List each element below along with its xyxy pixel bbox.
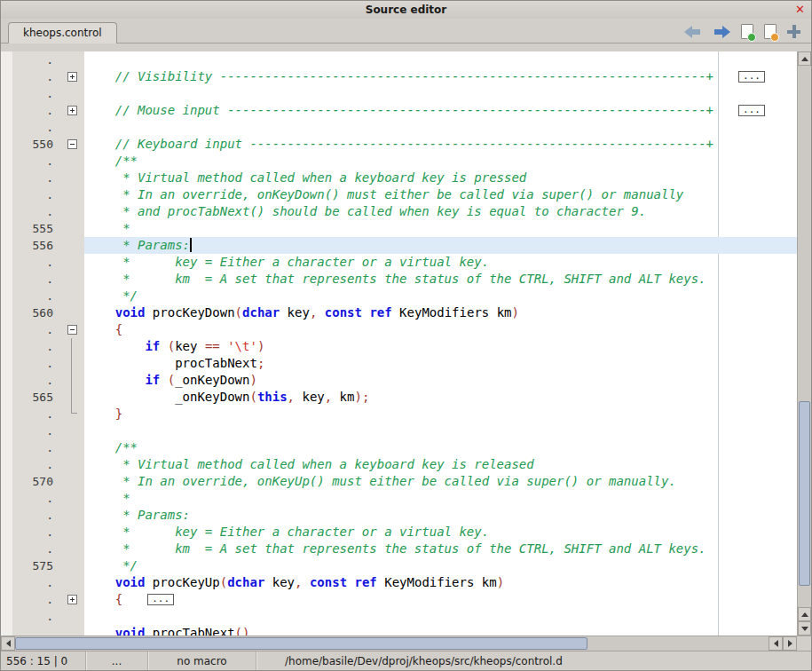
code-line[interactable]: . — [1, 51, 797, 68]
close-icon[interactable]: ✕ — [795, 3, 805, 17]
code-line[interactable]: . * key = Either a character or a virtua… — [1, 254, 797, 271]
code-line[interactable]: . procTabNext; — [1, 355, 797, 372]
line-number: . — [12, 591, 59, 608]
code-line[interactable]: 565 _onKeyDown(this, key, km); — [1, 389, 797, 406]
vertical-scrollbar[interactable] — [797, 51, 811, 635]
line-number: . — [12, 355, 59, 372]
vscroll-track[interactable] — [798, 66, 811, 607]
code-line[interactable]: . * In an override, onKeyDown() must eit… — [1, 186, 797, 203]
file-path: /home/basile/Dev/dproj/kheops/src/kheops… — [256, 651, 811, 670]
scroll-up-button[interactable] — [798, 51, 811, 66]
vscroll-thumb[interactable] — [799, 401, 810, 585]
code-line[interactable]: 550 // Keyboard input ------------------… — [1, 136, 797, 153]
horizontal-scrollbar[interactable] — [1, 635, 811, 651]
fold-margin — [59, 51, 84, 68]
code-line[interactable]: . * km = A set that represents the statu… — [1, 271, 797, 288]
gutter-marks — [1, 338, 12, 355]
code-line[interactable]: . * Virtual method called when a keyboar… — [1, 456, 797, 473]
scroll-down-button[interactable] — [798, 621, 811, 635]
gutter-marks — [1, 203, 12, 220]
code-line[interactable]: . void procKeyUp(dchar key, const ref Ke… — [1, 574, 797, 591]
code-text: { — [84, 321, 797, 338]
code-line[interactable]: . {... — [1, 591, 797, 608]
folded-code-indicator[interactable]: ... — [147, 594, 174, 605]
line-number: . — [12, 186, 59, 203]
code-line[interactable]: . * Params: — [1, 507, 797, 524]
code-line[interactable]: . // Mouse input -----------------------… — [1, 102, 797, 119]
code-text: * km = A set that represents the status … — [84, 541, 797, 557]
fold-margin — [59, 237, 84, 254]
code-text: if (key == '\t') — [84, 338, 797, 355]
detach-editor-icon[interactable] — [787, 25, 800, 38]
scroll-right-button[interactable] — [783, 636, 797, 651]
fold-margin — [59, 304, 84, 321]
scroll-up-button-secondary[interactable] — [798, 607, 811, 621]
go-forward-icon[interactable] — [713, 26, 730, 38]
code-line[interactable]: . // Visibility ------------------------… — [1, 68, 797, 85]
gutter-marks — [1, 524, 12, 541]
code-line[interactable]: . — [1, 85, 797, 102]
source-editor-window: Source editor ✕ kheops.control .. // Vis… — [0, 0, 812, 671]
go-back-icon[interactable] — [684, 26, 702, 38]
close-document-icon[interactable] — [764, 24, 777, 39]
status-pending: ... — [86, 651, 148, 670]
line-number: . — [12, 338, 59, 355]
code-line[interactable]: . * key = Either a character or a virtua… — [1, 524, 797, 541]
fold-toggle-icon[interactable] — [67, 595, 77, 604]
code-line[interactable]: . if (key == '\t') — [1, 338, 797, 355]
code-line[interactable]: . } — [1, 406, 797, 422]
code-line[interactable]: 570 * In an override, onKeyUp() must eit… — [1, 473, 797, 490]
titlebar[interactable]: Source editor ✕ — [1, 1, 811, 19]
code-lines: .. // Visibility -----------------------… — [1, 51, 797, 635]
new-document-icon[interactable] — [741, 24, 753, 39]
code-line[interactable]: . */ — [1, 288, 797, 304]
fold-toggle-icon[interactable] — [67, 139, 77, 149]
code-line[interactable]: . * Virtual method called when a keyboar… — [1, 170, 797, 186]
fold-margin — [59, 490, 84, 507]
line-number: 555 — [12, 220, 59, 237]
code-text: // Visibility --------------------------… — [84, 68, 797, 85]
code-line[interactable]: 575 */ — [1, 557, 797, 574]
code-line[interactable]: . — [1, 608, 797, 625]
gutter-marks — [1, 153, 12, 170]
fold-margin — [59, 608, 84, 625]
fold-margin — [59, 170, 84, 186]
folded-code-indicator[interactable]: ... — [738, 71, 765, 83]
fold-margin — [59, 153, 84, 170]
fold-toggle-icon[interactable] — [67, 106, 77, 115]
line-number: . — [12, 541, 59, 557]
code-line[interactable]: . void procTabNext() — [1, 625, 797, 635]
fold-margin — [59, 271, 84, 288]
folded-code-indicator[interactable]: ... — [738, 105, 765, 116]
code-line[interactable]: . * and procTabNext() should be called w… — [1, 203, 797, 220]
code-line[interactable]: . * — [1, 490, 797, 507]
line-number: . — [12, 625, 59, 635]
tab-kheops-control[interactable]: kheops.control — [8, 22, 117, 43]
fold-toggle-icon[interactable] — [67, 72, 77, 82]
gutter-marks — [1, 389, 12, 406]
code-line[interactable]: . * km = A set that represents the statu… — [1, 541, 797, 557]
code-line[interactable]: . — [1, 422, 797, 439]
line-number: . — [12, 321, 59, 338]
fold-toggle-icon[interactable] — [67, 325, 77, 335]
hscroll-track[interactable] — [15, 636, 769, 651]
fold-margin — [59, 406, 84, 422]
hscroll-thumb[interactable] — [15, 637, 587, 650]
code-line[interactable]: . if (_onKeyDown) — [1, 372, 797, 389]
code-text: void procTabNext() — [84, 625, 797, 635]
scroll-left-button[interactable] — [1, 636, 15, 651]
code-line[interactable]: . /** — [1, 439, 797, 456]
code-line[interactable]: . — [1, 119, 797, 136]
code-line[interactable]: 556 * Params: — [1, 237, 797, 254]
code-editor[interactable]: .. // Visibility -----------------------… — [1, 51, 811, 635]
gutter-marks — [1, 237, 12, 254]
code-line[interactable]: . { — [1, 321, 797, 338]
scroll-left-button-secondary[interactable] — [769, 636, 783, 651]
line-number: 575 — [12, 557, 59, 574]
code-line[interactable]: 560 void procKeyDown(dchar key, const re… — [1, 304, 797, 321]
gutter-marks — [1, 541, 12, 557]
code-line[interactable]: 555 * — [1, 220, 797, 237]
code-line[interactable]: . /** — [1, 153, 797, 170]
code-text — [84, 608, 797, 625]
fold-margin — [59, 591, 84, 608]
